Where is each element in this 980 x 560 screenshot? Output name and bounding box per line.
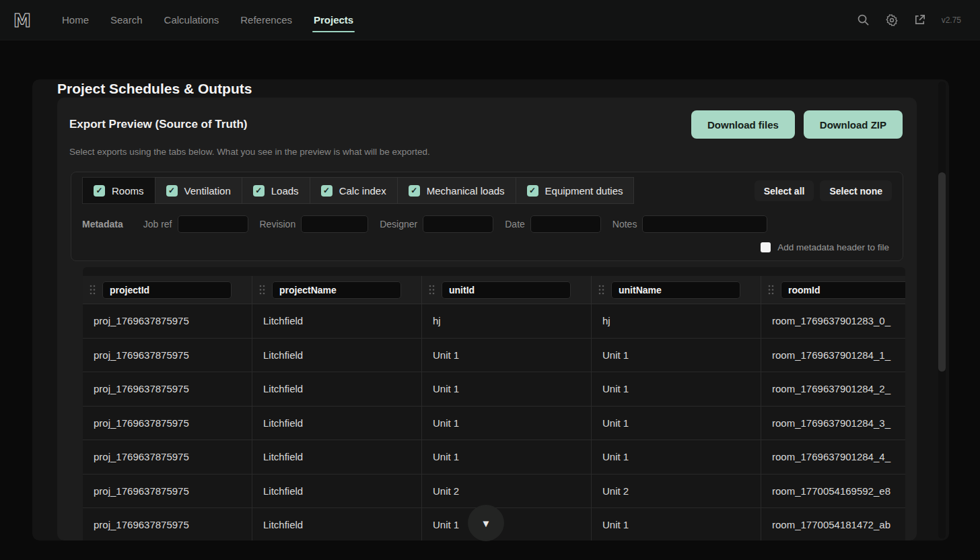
tab-mechanical-loads[interactable]: ✓Mechanical loads (397, 177, 516, 204)
cell-projectname: Litchfield (252, 339, 422, 372)
add-metadata-label: Add metadata header to file (777, 242, 889, 252)
svg-text:M: M (13, 11, 31, 31)
column-name-input-unitid[interactable] (442, 281, 571, 299)
export-preview-card: Export Preview (Source of Truth) Select … (57, 98, 917, 540)
checkbox-checked-icon[interactable]: ✓ (527, 185, 538, 197)
top-nav: M HomeSearchCalculationsReferencesProjec… (0, 0, 980, 40)
metadata-field-notes: Notes (612, 215, 768, 233)
checkbox-checked-icon[interactable]: ✓ (409, 185, 420, 197)
drag-handle-icon[interactable] (259, 285, 265, 295)
column-name-input-projectid[interactable] (102, 281, 232, 299)
table-row: proj_1769637875975LitchfieldUnit 1Unit 1… (83, 372, 905, 407)
notes-input[interactable] (642, 215, 767, 233)
cell-unitid: Unit 2 (422, 475, 592, 508)
tab-equipment-duties[interactable]: ✓Equipment duties (516, 177, 635, 204)
table-row: proj_1769637875975LitchfieldUnit 1Unit 1… (83, 440, 905, 475)
cell-unitname: hj (592, 304, 761, 338)
nav-item-projects[interactable]: Projects (303, 0, 364, 40)
scrollbar-thumb[interactable] (938, 172, 946, 372)
nav-item-references[interactable]: References (230, 0, 303, 40)
cell-projectid: proj_1769637875975 (83, 372, 252, 406)
job-ref-input[interactable] (178, 215, 248, 233)
download-zip-button[interactable]: Download ZIP (804, 110, 903, 139)
table-row: proj_1769637875975LitchfieldUnit 1Unit 1… (83, 339, 905, 373)
drag-handle-icon[interactable] (768, 285, 774, 295)
column-name-input-unitname[interactable] (611, 281, 740, 299)
cell-projectname: Litchfield (252, 475, 422, 508)
column-header-projectname (252, 276, 422, 304)
checkbox-checked-icon[interactable]: ✓ (94, 185, 105, 197)
metadata-field-designer: Designer (380, 215, 493, 233)
cell-projectid: proj_1769637875975 (83, 440, 252, 474)
cell-roomid: room_1769637901283_0_ (761, 304, 905, 338)
tab-label: Rooms (112, 185, 144, 197)
designer-input[interactable] (423, 215, 493, 233)
cell-unitid: Unit 1 (422, 508, 592, 540)
cell-unitname: Unit 1 (592, 440, 761, 474)
cell-projectname: Litchfield (252, 440, 422, 474)
checkbox-checked-icon[interactable]: ✓ (166, 185, 178, 197)
add-metadata-row: Add metadata header to file (761, 242, 889, 252)
select-none-button[interactable]: Select none (820, 180, 892, 201)
cell-unitid: Unit 1 (422, 440, 592, 474)
download-files-button[interactable]: Download files (691, 110, 795, 139)
gear-icon[interactable] (885, 13, 899, 27)
search-icon[interactable] (857, 13, 870, 27)
metadata-field-label: Job ref (143, 219, 172, 230)
cell-roomid: room_1770054181472_ab (761, 508, 905, 540)
cell-roomid: room_1769637901284_1_ (761, 339, 905, 372)
tab-rooms[interactable]: ✓Rooms (82, 177, 155, 204)
nav-right: v2.75 (857, 13, 961, 27)
nav-item-calculations[interactable]: Calculations (153, 0, 230, 40)
cell-projectname: Litchfield (252, 304, 422, 338)
drag-handle-icon[interactable] (598, 285, 604, 295)
external-link-icon[interactable] (913, 13, 927, 27)
cell-unitname: Unit 1 (592, 339, 761, 372)
app-logo[interactable]: M (11, 9, 35, 31)
tab-ventilation[interactable]: ✓Ventilation (155, 177, 242, 204)
cell-roomid: room_1769637901284_4_ (761, 440, 905, 474)
add-metadata-checkbox[interactable] (761, 242, 771, 252)
date-input[interactable] (530, 215, 601, 233)
export-tabs: ✓Rooms✓Ventilation✓Loads✓Calc index✓Mech… (82, 177, 634, 204)
nav-item-search[interactable]: Search (100, 0, 153, 40)
cell-unitid: Unit 1 (422, 372, 592, 406)
column-header-roomid (761, 276, 905, 304)
tab-calc-index[interactable]: ✓Calc index (310, 177, 398, 204)
revision-input[interactable] (301, 215, 368, 233)
tab-label: Calc index (339, 185, 386, 197)
drag-handle-icon[interactable] (90, 285, 96, 295)
drag-handle-icon[interactable] (429, 285, 435, 295)
tab-label: Mechanical loads (427, 185, 505, 197)
metadata-field-label: Notes (612, 219, 637, 230)
cell-projectname: Litchfield (252, 372, 422, 406)
metadata-field-date: Date (505, 215, 601, 233)
select-all-button[interactable]: Select all (755, 180, 814, 201)
nav-item-home[interactable]: Home (51, 0, 100, 40)
column-header-unitid (422, 276, 592, 304)
checkbox-checked-icon[interactable]: ✓ (253, 185, 265, 197)
tab-loads[interactable]: ✓Loads (242, 177, 310, 204)
table-row: proj_1769637875975Litchfieldhjhjroom_176… (83, 304, 905, 339)
export-options-panel: ✓Rooms✓Ventilation✓Loads✓Calc index✓Mech… (71, 172, 903, 261)
column-name-input-projectname[interactable] (272, 281, 401, 299)
cell-roomid: room_1769637901284_3_ (761, 407, 905, 440)
download-buttons: Download files Download ZIP (691, 110, 903, 139)
logo-m-icon: M (11, 9, 35, 31)
scroll-down-button[interactable]: ▼ (468, 505, 504, 541)
version-label: v2.75 (942, 15, 961, 25)
checkbox-checked-icon[interactable]: ✓ (321, 185, 332, 197)
cell-projectid: proj_1769637875975 (83, 407, 252, 440)
metadata-field-job-ref: Job ref (143, 215, 248, 233)
cell-projectid: proj_1769637875975 (83, 339, 252, 372)
cell-unitid: Unit 1 (422, 407, 592, 440)
arrow-down-icon: ▼ (481, 518, 491, 529)
cell-unitname: Unit 1 (592, 508, 761, 540)
column-name-input-roomid[interactable] (781, 281, 905, 299)
table-inner: proj_1769637875975Litchfieldhjhjroom_176… (83, 276, 905, 540)
select-buttons: Select all Select none (755, 180, 892, 201)
cell-projectid: proj_1769637875975 (83, 304, 252, 338)
table-header-row (83, 276, 905, 304)
card-title: Export Preview (Source of Truth) (69, 118, 248, 131)
tab-label: Equipment duties (545, 185, 623, 197)
